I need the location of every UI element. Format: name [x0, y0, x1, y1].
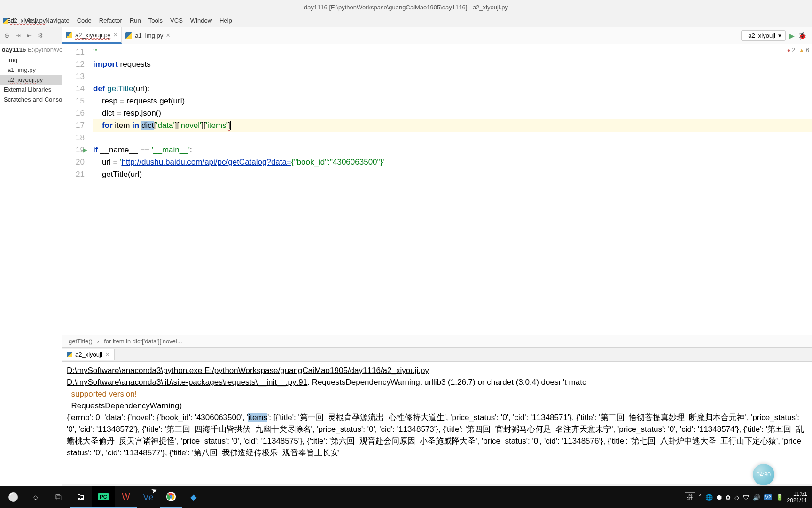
- tray-icon[interactable]: ◇: [734, 494, 739, 501]
- python-file-icon: [67, 352, 72, 357]
- project-external-libraries[interactable]: External Libraries: [0, 85, 62, 95]
- battery-icon[interactable]: 🔋: [776, 494, 783, 501]
- project-panel: day1116 E:\pythonWorks img a1_img.py a2_…: [0, 44, 62, 508]
- menu-vcs[interactable]: VCS: [166, 15, 187, 26]
- chevron-right-icon: ›: [97, 338, 99, 345]
- nav-file-chip[interactable]: a2_xiyouji.py: [3, 17, 46, 24]
- breadcrumb[interactable]: getTitle() › for item in dict['data']['n…: [62, 335, 812, 347]
- tray-chevron-icon[interactable]: ˄: [699, 494, 702, 500]
- run-tool-window: a2_xiyouji ✕ D:\mySoftware\anaconda3\pyt…: [62, 347, 812, 484]
- system-tray[interactable]: 🌐 ⬢ ✿ ◇ 🛡 🔊 V2 🔋: [705, 494, 783, 501]
- close-icon[interactable]: ✕: [166, 32, 170, 39]
- stop-bug-button[interactable]: 🐞: [798, 32, 806, 40]
- menu-help[interactable]: Help: [216, 15, 236, 26]
- tray-icon[interactable]: ⬢: [717, 494, 722, 501]
- run-tab-label: a2_xiyouji: [75, 351, 102, 358]
- menu-window[interactable]: Window: [187, 15, 216, 26]
- editor-tab-a1[interactable]: a1_img.py ✕: [122, 27, 174, 44]
- menu-code[interactable]: Code: [73, 15, 95, 26]
- editor-tab-label: a2_xiyouji.py: [75, 32, 110, 39]
- defender-icon[interactable]: 🛡: [743, 494, 749, 501]
- editor-tab-a2[interactable]: a2_xiyouji.py ✕: [62, 27, 122, 44]
- breadcrumb-loop[interactable]: for item in dict['data']['novel...: [104, 338, 182, 345]
- volume-icon[interactable]: 🔊: [753, 494, 760, 501]
- breadcrumb-fn[interactable]: getTitle(): [69, 338, 93, 345]
- pycharm-icon[interactable]: PC: [92, 486, 115, 508]
- title-bar: day1116 [E:\pythonWorkspase\guangCaiMao1…: [0, 0, 812, 14]
- network-icon[interactable]: 🌐: [705, 494, 713, 501]
- menu-run[interactable]: Run: [126, 15, 145, 26]
- project-root-name: day1116: [2, 46, 26, 53]
- run-button[interactable]: ▶: [789, 32, 795, 40]
- run-gutter-icon[interactable]: ▶: [83, 147, 87, 153]
- window-title: day1116 [E:\pythonWorkspase\guangCaiMao1…: [304, 4, 508, 11]
- project-scratches[interactable]: Scratches and Consoles: [0, 95, 62, 104]
- project-root-path: E:\pythonWorks: [28, 46, 62, 53]
- project-file-a1[interactable]: a1_img.py: [0, 65, 62, 75]
- code-lines[interactable]: ''' import requests def getTitle(url): r…: [90, 44, 812, 335]
- python-file-icon: [3, 18, 8, 24]
- timer-badge: 04:30: [753, 464, 774, 485]
- editor-area: ● 2 ▲ 6 11 12 13 14 15 16 17 18 19 20 21…: [62, 44, 812, 508]
- target-icon[interactable]: ⊕: [3, 32, 10, 40]
- run-configuration-selector[interactable]: a2_xiyouji ▾: [741, 30, 786, 41]
- task-view-button[interactable]: ⧉: [47, 486, 70, 508]
- project-folder-img[interactable]: img: [0, 55, 62, 65]
- menu-refactor[interactable]: Refactor: [95, 15, 126, 26]
- editor-tab-label: a1_img.py: [135, 32, 163, 39]
- vnc-tray-icon[interactable]: V2: [764, 494, 772, 500]
- python-file-icon: [66, 32, 72, 38]
- app-icon[interactable]: ◆: [182, 486, 205, 508]
- cortana-button[interactable]: ○: [24, 486, 47, 508]
- code-editor[interactable]: ● 2 ▲ 6 11 12 13 14 15 16 17 18 19 20 21…: [62, 44, 812, 335]
- file-explorer-icon[interactable]: 🗂: [70, 486, 92, 508]
- menu-tools[interactable]: Tools: [145, 15, 166, 26]
- close-icon[interactable]: ✕: [113, 32, 117, 38]
- nav-file-label: a2_xiyouji.py: [10, 17, 46, 24]
- menu-navigate[interactable]: Navigate: [41, 15, 73, 26]
- chevron-down-icon: ▾: [778, 32, 781, 39]
- chrome-icon[interactable]: [160, 486, 182, 508]
- gear-icon[interactable]: ⚙: [37, 32, 44, 40]
- windows-taskbar: ⚪ ○ ⧉ 🗂 PC W Vℯ ◆ 拼 ˄ 🌐 ⬢ ✿ ◇ 🛡 🔊 V2 🔋 1…: [0, 486, 812, 508]
- editor-toolbar: a2_xiyouji.py ✕ a1_img.py ✕ a2_xiyouji ▾…: [0, 27, 812, 44]
- wps-icon[interactable]: W: [115, 486, 137, 508]
- close-icon[interactable]: ✕: [105, 351, 109, 357]
- project-toolbar: ⊕ ⇥ ⇤ ⚙ —: [0, 27, 62, 44]
- project-root[interactable]: day1116 E:\pythonWorks: [0, 44, 62, 55]
- python-file-icon: [125, 32, 132, 39]
- console-output[interactable]: D:\mySoftware\anaconda3\python.exe E:/py…: [62, 362, 812, 484]
- search-button[interactable]: ⚪: [2, 486, 24, 508]
- project-file-a2[interactable]: a2_xiyouji.py: [0, 75, 62, 85]
- collapse-icon[interactable]: ⇥: [14, 32, 22, 40]
- run-config-name: a2_xiyouji: [748, 32, 775, 39]
- menu-bar: Edit View Navigate Code Refactor Run Too…: [0, 14, 812, 27]
- hide-icon[interactable]: —: [48, 32, 55, 40]
- line-number-gutter: 11 12 13 14 15 16 17 18 19 20 21: [62, 44, 90, 335]
- ime-indicator[interactable]: 拼: [685, 492, 695, 502]
- taskbar-clock[interactable]: 11:51 2021/11: [787, 491, 807, 504]
- expand-icon[interactable]: ⇤: [25, 32, 33, 40]
- run-tab[interactable]: a2_xiyouji ✕: [62, 349, 115, 360]
- minimize-button[interactable]: —: [802, 4, 808, 10]
- tray-icon[interactable]: ✿: [726, 494, 731, 501]
